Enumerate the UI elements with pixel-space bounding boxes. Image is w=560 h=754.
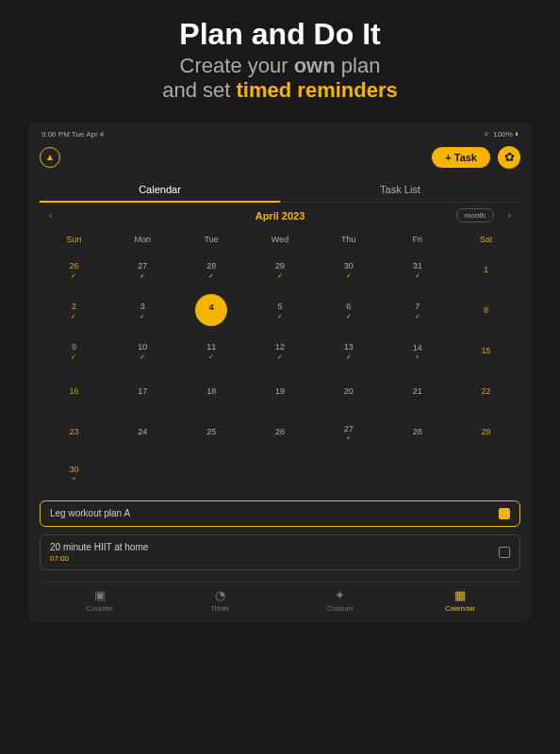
- month-header: ‹ April 2023 month ›: [40, 203, 520, 229]
- dow-cell: Tue: [177, 229, 246, 250]
- day-cell[interactable]: 21: [383, 371, 452, 412]
- day-cell[interactable]: 6✓: [314, 290, 383, 331]
- day-cell[interactable]: 30✓: [314, 250, 383, 290]
- dow-header: SunMonTueWedThuFriSat: [40, 229, 520, 250]
- day-cell[interactable]: 2✓: [40, 290, 108, 331]
- day-cell[interactable]: 10✓: [108, 331, 177, 371]
- day-cell[interactable]: 19: [246, 371, 315, 412]
- day-cell: [108, 452, 177, 493]
- day-cell: [452, 452, 520, 493]
- counter-icon: ▣: [94, 588, 106, 602]
- status-left: 9:06 PM Tue Apr 4: [41, 130, 104, 139]
- task-time: 07:00: [50, 554, 148, 563]
- nav-timer[interactable]: ◔Timer: [160, 588, 281, 613]
- day-cell[interactable]: 13✓: [314, 331, 383, 371]
- day-cell[interactable]: 27: [314, 412, 383, 452]
- tab-calendar[interactable]: Calendar: [40, 178, 280, 203]
- task-title: 20 minute HIIT at home: [50, 542, 148, 552]
- day-cell[interactable]: 12✓: [246, 331, 315, 371]
- day-cell[interactable]: 14: [383, 331, 452, 371]
- dow-cell: Sun: [40, 229, 108, 250]
- bell-icon[interactable]: ▲: [40, 147, 60, 168]
- day-cell[interactable]: 9✓: [40, 331, 108, 371]
- add-task-button[interactable]: + Task: [432, 147, 490, 168]
- status-right: ᯤ 100% ▮: [484, 130, 519, 139]
- day-cell: [314, 452, 383, 493]
- day-cell[interactable]: 29: [452, 412, 520, 452]
- task-item[interactable]: 20 minute HIIT at home07:00: [40, 534, 520, 570]
- month-label: April 2023: [255, 210, 305, 221]
- view-tabs: Calendar Task List: [40, 178, 520, 203]
- settings-button[interactable]: ✿: [498, 146, 520, 169]
- dow-cell: Wed: [246, 229, 315, 250]
- day-cell[interactable]: 22: [452, 371, 520, 412]
- bottom-nav: ▣Counter ◔Timer ✦Custom ▦Calendar: [40, 582, 520, 613]
- promo-subtitle: Create your own plan and set timed remin…: [0, 54, 560, 104]
- nav-counter[interactable]: ▣Counter: [40, 588, 160, 613]
- timer-icon: ◔: [215, 588, 225, 602]
- day-cell[interactable]: 26✓: [40, 250, 108, 290]
- dow-cell: Mon: [108, 229, 177, 250]
- day-cell[interactable]: 16: [40, 371, 108, 412]
- dow-cell: Thu: [314, 229, 383, 250]
- day-cell[interactable]: 30: [40, 452, 108, 493]
- day-cell[interactable]: 17: [108, 371, 177, 412]
- day-cell[interactable]: 24: [108, 412, 177, 452]
- task-checkbox[interactable]: [499, 508, 510, 519]
- status-bar: 9:06 PM Tue Apr 4 ᯤ 100% ▮: [40, 130, 520, 144]
- device-frame: 9:06 PM Tue Apr 4 ᯤ 100% ▮ ▲ + Task ✿ Ca…: [28, 123, 532, 622]
- day-cell[interactable]: 25: [177, 412, 246, 452]
- day-cell[interactable]: 18: [177, 371, 246, 412]
- day-cell[interactable]: 31✓: [383, 250, 452, 290]
- day-cell[interactable]: 11✓: [177, 331, 246, 371]
- task-checkbox[interactable]: [499, 547, 510, 558]
- next-month-icon[interactable]: ›: [508, 210, 511, 221]
- day-cell[interactable]: 28✓: [177, 250, 246, 290]
- day-cell[interactable]: 29✓: [246, 250, 315, 290]
- tab-tasklist[interactable]: Task List: [280, 178, 520, 203]
- task-title: Leg workout plan A: [50, 508, 130, 518]
- day-cell[interactable]: 20: [314, 371, 383, 412]
- calendar-grid: SunMonTueWedThuFriSat 26✓27✓28✓29✓30✓31✓…: [40, 229, 520, 493]
- nav-custom[interactable]: ✦Custom: [280, 588, 401, 613]
- view-mode-pill[interactable]: month: [456, 208, 494, 222]
- day-cell[interactable]: 15: [452, 331, 520, 371]
- task-item[interactable]: Leg workout plan A: [40, 500, 520, 527]
- dow-cell: Fri: [383, 229, 452, 250]
- day-cell[interactable]: 5✓: [246, 290, 315, 331]
- topbar: ▲ + Task ✿: [40, 144, 520, 178]
- calendar-icon: ▦: [454, 588, 466, 602]
- day-cell: [246, 452, 315, 493]
- day-cell[interactable]: 3✓: [108, 290, 177, 331]
- day-cell[interactable]: 4: [177, 290, 246, 331]
- day-cell[interactable]: 28: [383, 412, 452, 452]
- day-cell: [177, 452, 246, 493]
- nav-calendar[interactable]: ▦Calendar: [401, 588, 521, 613]
- custom-icon: ✦: [335, 588, 345, 602]
- dow-cell: Sat: [452, 229, 520, 250]
- day-cell[interactable]: 1: [452, 250, 520, 290]
- day-cell[interactable]: 8: [452, 290, 520, 331]
- promo-header: Plan and Do It Create your own plan and …: [0, 0, 560, 115]
- promo-title: Plan and Do It: [0, 17, 560, 52]
- day-cell[interactable]: 27✓: [108, 250, 177, 290]
- day-cell: [383, 452, 452, 493]
- day-cell[interactable]: 23: [40, 412, 108, 452]
- prev-month-icon[interactable]: ‹: [49, 210, 52, 221]
- day-cell[interactable]: 7✓: [383, 290, 452, 331]
- day-cell[interactable]: 26: [246, 412, 315, 452]
